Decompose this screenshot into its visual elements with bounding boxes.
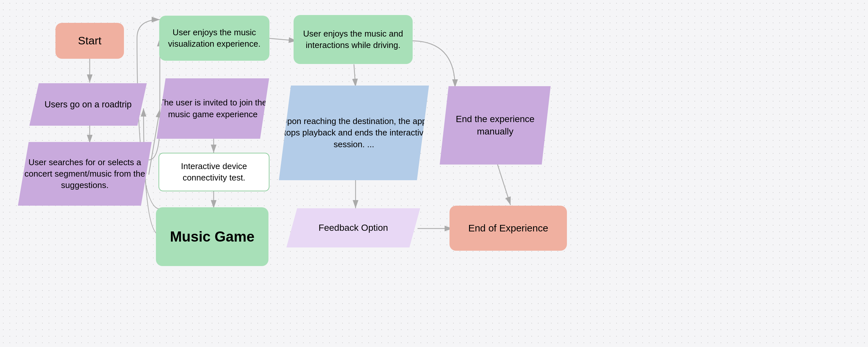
musicgame-node: Music Game: [156, 207, 269, 266]
connectivity-node: Interactive device connectivity test.: [158, 153, 270, 191]
svg-line-7: [354, 64, 355, 87]
concert-node: User searches for or selects a concert s…: [18, 142, 152, 206]
feedback-node: Feedback Option: [286, 208, 420, 248]
invite-node: The user is invited to join the music ga…: [157, 78, 269, 139]
driving-node: User enjoys the music and interactions w…: [293, 15, 413, 64]
destination-node: Upon reaching the destination, the app s…: [279, 86, 429, 180]
start-node: Start: [56, 23, 124, 59]
svg-line-4: [268, 38, 297, 41]
visualization-node: User enjoys the music visualization expe…: [159, 16, 270, 61]
roadtrip-node: Users go on a roadtrip: [29, 83, 147, 126]
svg-line-10: [497, 164, 510, 205]
endexperience-node: End of Experience: [450, 206, 567, 251]
endmanual-node: End the experience manually: [440, 86, 551, 165]
flowchart: Start Users go on a roadtrip User search…: [0, 0, 868, 347]
